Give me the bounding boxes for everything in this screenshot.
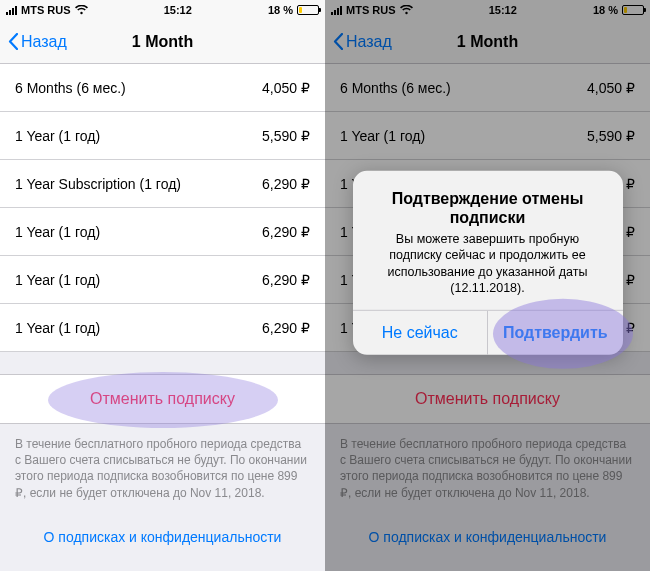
subscription-list: 6 Months (6 мес.)4,050 ₽ 1 Year (1 год)5… (0, 64, 325, 352)
alert-confirm-button[interactable]: Подтвердить (487, 311, 623, 355)
confirm-cancel-alert: Подтверждение отмены подписки Вы можете … (353, 170, 623, 354)
carrier-label: MTS RUS (21, 4, 71, 16)
list-item[interactable]: 6 Months (6 мес.)4,050 ₽ (0, 64, 325, 112)
alert-not-now-button[interactable]: Не сейчас (353, 311, 488, 355)
list-item[interactable]: 1 Year (1 год)6,290 ₽ (0, 304, 325, 352)
page-title: 1 Month (132, 33, 193, 51)
wifi-icon (75, 5, 88, 15)
back-label: Назад (21, 33, 67, 51)
about-subscriptions-link[interactable]: О подписках и конфиденциальности (0, 513, 325, 561)
status-bar: MTS RUS 15:12 18 % (0, 0, 325, 20)
list-item[interactable]: 1 Year (1 год)6,290 ₽ (0, 208, 325, 256)
right-screen: MTS RUS 15:12 18 % Назад 1 Month 6 Month… (325, 0, 650, 571)
battery-pct: 18 % (268, 4, 293, 16)
signal-icon (6, 6, 17, 15)
list-item[interactable]: 1 Year (1 год)6,290 ₽ (0, 256, 325, 304)
battery-icon (297, 5, 319, 15)
alert-message: Вы можете завершить пробную подписку сей… (369, 231, 607, 296)
list-item[interactable]: 1 Year Subscription (1 год)6,290 ₽ (0, 160, 325, 208)
list-item[interactable]: 1 Year (1 год)5,590 ₽ (0, 112, 325, 160)
nav-bar: Назад 1 Month (0, 20, 325, 64)
left-screen: MTS RUS 15:12 18 % Назад 1 Month 6 Month… (0, 0, 325, 571)
footer-text: В течение бесплатного пробного периода с… (0, 424, 325, 513)
clock: 15:12 (164, 4, 192, 16)
cancel-subscription-button[interactable]: Отменить подписку (0, 374, 325, 424)
alert-title: Подтверждение отмены подписки (369, 188, 607, 226)
back-button[interactable]: Назад (8, 33, 67, 51)
